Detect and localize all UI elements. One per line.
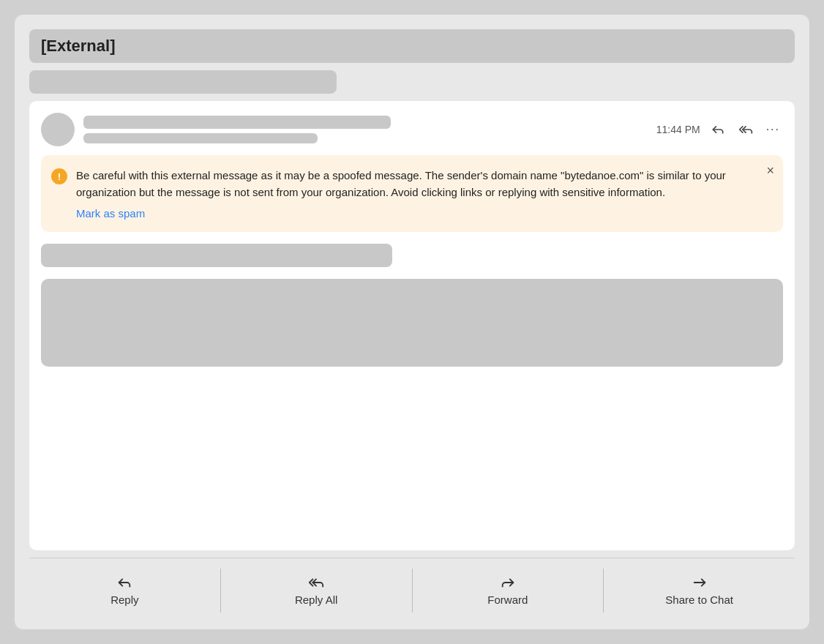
email-meta: 11:44 PM ··· bbox=[656, 119, 783, 140]
reply-all-button-label: Reply All bbox=[295, 594, 337, 606]
share-to-chat-label: Share to Chat bbox=[665, 594, 733, 606]
email-header: 11:44 PM ··· bbox=[41, 113, 783, 146]
more-dots: ··· bbox=[766, 123, 780, 136]
forward-button-label: Forward bbox=[487, 594, 528, 606]
share-to-chat-icon bbox=[692, 574, 708, 591]
forward-button[interactable]: Forward bbox=[413, 566, 604, 615]
email-content-bar bbox=[41, 244, 392, 267]
email-timestamp: 11:44 PM bbox=[656, 124, 700, 135]
email-container: [External] 11:44 PM bbox=[15, 15, 809, 629]
warning-text: Be careful with this external message as… bbox=[76, 167, 771, 201]
sender-name-bar bbox=[83, 116, 391, 129]
action-bar: Reply Reply All Forward Sh bbox=[29, 558, 795, 615]
reply-all-icon-button[interactable] bbox=[735, 119, 756, 140]
forward-button-icon bbox=[500, 574, 516, 591]
reply-button-label: Reply bbox=[111, 594, 138, 606]
warning-content: Be careful with this external message as… bbox=[76, 167, 771, 220]
warning-icon: ! bbox=[51, 168, 67, 184]
sender-email-bar bbox=[83, 133, 318, 143]
email-card: 11:44 PM ··· bbox=[29, 101, 795, 550]
sender-avatar bbox=[41, 113, 75, 146]
secondary-info-bar bbox=[29, 70, 337, 94]
warning-close-button[interactable]: × bbox=[766, 164, 774, 177]
reply-all-button-icon bbox=[308, 574, 324, 591]
share-to-chat-button[interactable]: Share to Chat bbox=[604, 566, 795, 615]
more-options-button[interactable]: ··· bbox=[763, 120, 783, 139]
warning-banner: ! Be careful with this external message … bbox=[41, 155, 783, 232]
reply-all-button[interactable]: Reply All bbox=[221, 566, 412, 615]
reply-button[interactable]: Reply bbox=[29, 566, 220, 615]
reply-icon-button[interactable] bbox=[708, 119, 728, 140]
sender-info bbox=[83, 116, 648, 143]
email-subject: [External] bbox=[41, 37, 115, 56]
reply-button-icon bbox=[116, 574, 132, 591]
attachment-area bbox=[41, 279, 783, 367]
subject-bar: [External] bbox=[29, 29, 795, 63]
mark-as-spam-link[interactable]: Mark as spam bbox=[76, 207, 145, 220]
